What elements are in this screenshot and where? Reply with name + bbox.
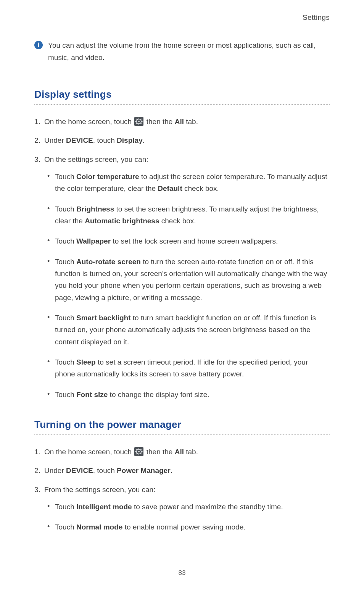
step-text: From the settings screen, you can:: [44, 486, 155, 494]
bullet-text: to set the lock screen and home screen w…: [111, 237, 278, 245]
divider: [34, 434, 330, 435]
info-icon: [34, 41, 43, 49]
step-text: tab.: [184, 448, 198, 456]
bold-text: Display: [117, 136, 143, 144]
step-text: then the: [147, 448, 175, 456]
settings-gear-icon: [134, 447, 143, 456]
list-item: Touch Normal mode to enable normal power…: [44, 521, 330, 533]
bold-text: Power Manager: [117, 466, 170, 474]
bold-text: Brightness: [76, 205, 114, 213]
bullet-text: Touch: [55, 503, 76, 511]
info-callout: You can adjust the volume from the home …: [34, 39, 330, 63]
settings-gear-icon: [134, 117, 143, 126]
step-text: .: [171, 466, 172, 474]
display-steps: On the home screen, touch then the All t…: [34, 116, 330, 400]
bullet-text: Touch: [55, 314, 76, 322]
bold-text: All: [175, 118, 184, 126]
step-item: On the home screen, touch then the All t…: [34, 446, 330, 458]
bullet-text: to enable normal power saving mode.: [122, 523, 245, 531]
step-text: then the: [147, 118, 175, 126]
step-text: Under: [44, 136, 66, 144]
list-item: Touch Font size to change the display fo…: [44, 389, 330, 400]
bullet-text: to change the display font size.: [108, 391, 209, 399]
list-item: Touch Brightness to set the screen brigh…: [44, 203, 330, 227]
step-item: On the home screen, touch then the All t…: [34, 116, 330, 128]
bold-text: Automatic brightness: [85, 217, 159, 225]
list-item: Touch Auto-rotate screen to turn the scr…: [44, 256, 330, 303]
step-text: .: [143, 136, 145, 144]
bullet-text: Touch: [55, 205, 76, 213]
list-item: Touch Wallpaper to set the lock screen a…: [44, 235, 330, 247]
bold-text: Sleep: [76, 358, 96, 366]
bold-text: Normal mode: [76, 523, 122, 531]
step-text: Under: [44, 466, 66, 474]
bold-text: DEVICE: [66, 466, 93, 474]
bullet-text: Touch: [55, 391, 76, 399]
step-text: On the home screen, touch: [44, 448, 134, 456]
bold-text: Color temperature: [76, 173, 139, 181]
list-item: Touch Sleep to set a screen timeout peri…: [44, 356, 330, 380]
bold-text: DEVICE: [66, 136, 93, 144]
bullet-text: Touch: [55, 173, 76, 181]
step-text: , touch: [93, 466, 117, 474]
bullet-text: check box.: [159, 217, 196, 225]
step-item: On the settings screen, you can: Touch C…: [34, 153, 330, 401]
step-text: , touch: [93, 136, 117, 144]
info-text: You can adjust the volume from the home …: [48, 39, 330, 63]
page-header-label: Settings: [34, 11, 330, 23]
bullet-text: Touch: [55, 523, 76, 531]
step-item: From the settings screen, you can: Touch…: [34, 484, 330, 533]
power-steps: On the home screen, touch then the All t…: [34, 446, 330, 533]
power-bullets: Touch Intelligent mode to save power and…: [44, 501, 330, 533]
bullet-text: to save power and maximize the standby t…: [132, 503, 283, 511]
bold-text: Auto-rotate screen: [76, 258, 141, 266]
step-text: tab.: [184, 118, 198, 126]
step-text: On the settings screen, you can:: [44, 155, 148, 163]
bold-text: Intelligent mode: [76, 503, 132, 511]
bold-text: Font size: [76, 391, 108, 399]
svg-rect-13: [38, 44, 39, 47]
step-item: Under DEVICE, touch Power Manager.: [34, 465, 330, 476]
divider: [34, 104, 330, 105]
list-item: Touch Color temperature to adjust the sc…: [44, 171, 330, 195]
list-item: Touch Smart backlight to turn smart back…: [44, 312, 330, 348]
bold-text: All: [175, 448, 184, 456]
step-item: Under DEVICE, touch Display.: [34, 134, 330, 146]
section-heading-power: Turning on the power manager: [34, 416, 330, 433]
bold-text: Smart backlight: [76, 314, 131, 322]
bullet-text: check box.: [182, 184, 219, 192]
bold-text: Default: [158, 184, 182, 192]
step-text: On the home screen, touch: [44, 118, 134, 126]
bullet-text: Touch: [55, 237, 76, 245]
list-item: Touch Intelligent mode to save power and…: [44, 501, 330, 513]
bold-text: Wallpaper: [76, 237, 111, 245]
svg-point-12: [38, 43, 39, 44]
bullet-text: Touch: [55, 258, 76, 266]
page-number: 83: [34, 568, 330, 578]
display-bullets: Touch Color temperature to adjust the sc…: [44, 171, 330, 400]
section-heading-display: Display settings: [34, 86, 330, 103]
bullet-text: Touch: [55, 358, 76, 366]
